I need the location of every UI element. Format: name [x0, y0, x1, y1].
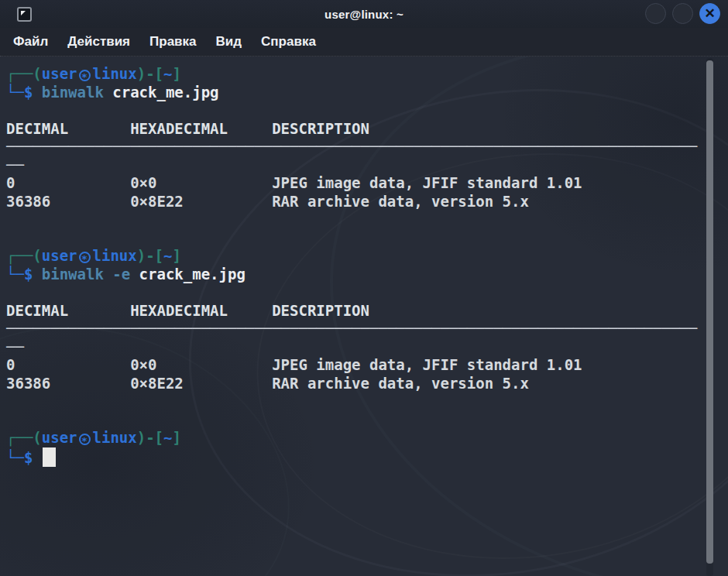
- kali-at-icon: *: [79, 252, 91, 263]
- table-separator: ────────────────────────────────────────…: [6, 320, 722, 338]
- table-separator: ────────────────────────────────────────…: [6, 138, 722, 156]
- cell-decimal: 36386: [6, 193, 130, 211]
- close-icon: ✕: [704, 7, 715, 20]
- prompt-path: ~: [163, 247, 172, 264]
- column-header-description: DESCRIPTION: [272, 302, 369, 319]
- close-button[interactable]: ✕: [699, 3, 720, 24]
- blank-line: [6, 211, 722, 229]
- cell-decimal: 36386: [6, 375, 130, 393]
- prompt-line-3: ┌──(user*linux)-[~]: [6, 429, 722, 447]
- column-header-hexadecimal: HEXADECIMAL: [130, 302, 272, 321]
- kali-at-icon: *: [79, 70, 91, 81]
- menu-view[interactable]: Вид: [214, 33, 245, 51]
- prompt-dollar: └─$: [6, 84, 42, 101]
- command-text: binwalk: [42, 84, 113, 101]
- cell-description: JPEG image data, JFIF standard 1.01: [272, 356, 582, 373]
- prompt-frame: ]: [173, 65, 181, 82]
- terminal-cursor-glyph-icon: [21, 11, 26, 15]
- command-text: binwalk -e: [42, 266, 139, 283]
- blank-line: [6, 101, 722, 120]
- prompt-frame: ┌──(: [6, 247, 42, 264]
- table-row: 363860×8E22RAR archive data, version 5.x: [6, 193, 722, 211]
- table-row: 00×0JPEG image data, JFIF standard 1.01: [6, 174, 722, 193]
- command-argument: crack_me.jpg: [139, 266, 246, 283]
- prompt-dollar: └─$: [6, 449, 42, 466]
- blank-line: [6, 393, 722, 411]
- scrollbar-track[interactable]: [706, 58, 713, 576]
- binwalk-table-header: DECIMALHEXADECIMALDESCRIPTION: [6, 120, 722, 139]
- terminal-app-icon: [17, 7, 32, 22]
- blank-line: [6, 283, 722, 302]
- prompt-host: linux: [93, 247, 137, 264]
- cell-description: RAR archive data, version 5.x: [272, 193, 529, 210]
- cell-hexadecimal: 0×8E22: [130, 193, 272, 211]
- table-separator-wrap: ──: [6, 338, 722, 357]
- prompt-user: user: [42, 65, 77, 82]
- prompt-path: ~: [163, 65, 172, 82]
- table-separator-wrap: ──: [6, 156, 722, 175]
- kali-at-icon: *: [79, 434, 91, 445]
- scrollbar-thumb[interactable]: [706, 60, 713, 564]
- prompt-line-1: ┌──(user*linux)-[~]: [6, 65, 722, 84]
- terminal-cursor: [43, 447, 56, 467]
- prompt-frame: )-[: [137, 429, 163, 446]
- column-header-hexadecimal: HEXADECIMAL: [130, 120, 272, 139]
- blank-line: [6, 229, 722, 248]
- menu-help[interactable]: Справка: [259, 33, 318, 51]
- prompt-dollar: └─$: [6, 266, 42, 283]
- prompt-frame: ]: [173, 429, 181, 446]
- prompt-frame: ]: [173, 247, 181, 264]
- column-header-decimal: DECIMAL: [6, 120, 130, 139]
- prompt-host: linux: [93, 65, 137, 82]
- prompt-frame: )-[: [137, 247, 163, 264]
- binwalk-table-header: DECIMALHEXADECIMALDESCRIPTION: [6, 302, 722, 321]
- menu-bar: Файл Действия Правка Вид Справка: [0, 28, 728, 57]
- command-line-1: └─$ binwalk crack_me.jpg: [6, 84, 722, 102]
- menu-actions[interactable]: Действия: [65, 33, 132, 51]
- table-row: 00×0JPEG image data, JFIF standard 1.01: [6, 356, 722, 375]
- cell-hexadecimal: 0×0: [130, 356, 272, 375]
- prompt-user: user: [42, 247, 77, 264]
- prompt-host: linux: [93, 429, 137, 446]
- menu-edit[interactable]: Правка: [147, 33, 198, 51]
- cell-decimal: 0: [6, 356, 130, 375]
- blank-line: [6, 411, 722, 430]
- prompt-frame: )-[: [137, 65, 163, 82]
- maximize-button[interactable]: [672, 3, 693, 24]
- prompt-frame: ┌──(: [6, 429, 42, 446]
- column-header-decimal: DECIMAL: [6, 302, 130, 321]
- table-row: 363860×8E22RAR archive data, version 5.x: [6, 375, 722, 393]
- cell-hexadecimal: 0×8E22: [130, 375, 272, 393]
- cell-hexadecimal: 0×0: [130, 174, 272, 193]
- cell-decimal: 0: [6, 174, 130, 193]
- cell-description: RAR archive data, version 5.x: [272, 375, 529, 392]
- prompt-path: ~: [163, 429, 172, 446]
- prompt-frame: ┌──(: [6, 65, 42, 82]
- command-line-2: └─$ binwalk -e crack_me.jpg: [6, 266, 722, 284]
- prompt-line-2: ┌──(user*linux)-[~]: [6, 247, 722, 266]
- title-bar: user@linux: ~ ✕: [0, 0, 728, 28]
- terminal-screen[interactable]: ┌──(user*linux)-[~] └─$ binwalk crack_me…: [0, 57, 728, 576]
- menu-file[interactable]: Файл: [11, 33, 50, 51]
- input-line[interactable]: └─$: [6, 447, 722, 466]
- window-title: user@linux: ~: [325, 8, 403, 21]
- column-header-description: DESCRIPTION: [272, 120, 369, 137]
- command-argument: crack_me.jpg: [112, 84, 218, 101]
- window-controls: ✕: [645, 3, 720, 24]
- prompt-user: user: [42, 429, 77, 446]
- cell-description: JPEG image data, JFIF standard 1.01: [272, 174, 582, 191]
- minimize-button[interactable]: [645, 3, 666, 24]
